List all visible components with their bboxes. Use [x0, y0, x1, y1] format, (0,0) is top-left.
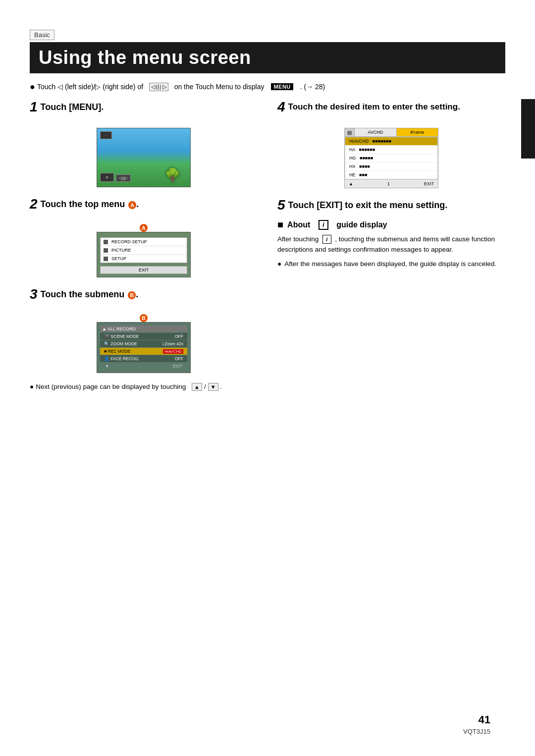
step4-row-2: HA ■■■■■■: [345, 146, 437, 154]
main-content: 1 Touch [MENU]. ··· ≡ ◁|||▷: [30, 100, 505, 391]
next-page-text: Next (previous) page can be displayed by…: [36, 383, 186, 390]
step3-text: Touch the submenu B.: [41, 287, 139, 300]
next-page-note: ● Next (previous) page can be displayed …: [30, 383, 258, 391]
tree-decoration: 🌳: [164, 167, 180, 183]
step4-footer-num: 1: [387, 181, 390, 186]
intro-instruction: ● Touch ◁ (left side)/▷ (right side) of …: [30, 82, 505, 91]
up-down-arrows: ▲: [192, 383, 202, 391]
page-title: Using the menu screen: [30, 42, 505, 73]
bars-icon: |||: [156, 84, 161, 90]
step2-screen-wrapper: A RECORD SETUP PICTURE: [30, 215, 258, 277]
face-label: 👤 FACE RECOG.: [104, 356, 139, 361]
left-arrow: ◁: [151, 84, 155, 90]
about-heading: ■ About i guide display: [277, 219, 505, 230]
step4-rows: HiAVCHD ■■■■■■■ HA ■■■■■■ HG ■■■■■ HX ■■…: [345, 137, 438, 179]
step3-circle-b: B: [128, 291, 136, 299]
info-icon-inline: i: [322, 235, 331, 244]
black-square: ■: [277, 219, 283, 230]
step3-row-rec: ■ REC MODE HiAVCHD: [100, 348, 187, 355]
bullet-symbol: ●: [30, 82, 35, 91]
nav-dot: ·: [141, 364, 142, 369]
step4-tab-group: AVCHD iFrame: [355, 128, 438, 136]
step4-icon-col: ▤: [345, 128, 355, 136]
about-guide: guide display: [336, 220, 387, 229]
menu-item-picture-label: PICTURE: [111, 248, 131, 253]
step1-text: Touch [MENU].: [41, 100, 104, 112]
step2-screen: RECORD SETUP PICTURE SETUP EXIT: [97, 232, 191, 277]
step3-header-text: ▲ ALL RECORD: [102, 326, 136, 331]
right-arrow: ▷: [162, 84, 166, 90]
basic-label: Basic: [30, 30, 54, 40]
step4-number: 4: [277, 100, 285, 114]
step3-screen-outer: B ▲ ALL RECORD 🎬 SCENE MODE OFF 🔍 ZOOM M…: [97, 315, 191, 373]
step2-text: Touch the top menu A.: [41, 197, 139, 210]
about-label: About: [287, 220, 310, 229]
step4-heading: 4 Touch the desired item to enter the se…: [277, 100, 505, 114]
menu-item-setup-label: SETUP: [111, 256, 126, 261]
step4-row1-label: HiAVCHD ■■■■■■■: [349, 139, 391, 144]
screen1-dots-bar: ···: [100, 131, 112, 139]
nav-exit: EXIT: [173, 364, 182, 369]
record-icon: [104, 240, 108, 244]
separator: /: [204, 383, 206, 390]
a-circle-label: A: [140, 224, 148, 232]
step2-a-label: A: [140, 224, 148, 232]
step4-tabs-row: ▤ AVCHD iFrame: [345, 128, 438, 137]
menu-badge: MENU: [271, 83, 293, 90]
zoom-value: i.Zoom 42x: [162, 341, 183, 346]
menu-item-setup: SETUP: [101, 255, 187, 263]
step4-footer-exit: EXIT: [424, 181, 434, 186]
step4-row-5: HE ■■■: [345, 171, 437, 179]
intro-text-end: . (→ 28): [300, 83, 325, 91]
about-bullet: ● After the messages have been displayed…: [277, 259, 505, 270]
step3-heading: 3 Touch the submenu B.: [30, 287, 258, 301]
step4-footer: ▲ 1 EXIT: [345, 179, 438, 188]
step4-row-4: HX ■■■■: [345, 162, 437, 171]
menu-icon: ≡: [106, 175, 108, 180]
intro-text-start: Touch ◁ (left side)/▷ (right side) of: [37, 83, 143, 91]
step4-text: Touch the desired item to enter the sett…: [288, 100, 460, 112]
about-text: After touching i , touching the submenus…: [277, 234, 505, 255]
touch-arrows-icon: ◁ ||| ▷: [149, 83, 168, 91]
right-edge-tab: [521, 99, 535, 159]
about-section: ■ About i guide display After touching i…: [277, 219, 505, 270]
picture-icon: [104, 248, 108, 253]
step3-row-scene: 🎬 SCENE MODE OFF: [100, 333, 187, 340]
about-text-start: After touching: [277, 235, 319, 243]
setup-icon: [104, 257, 108, 261]
period: .: [220, 383, 222, 390]
down-arrow-box: ▼: [208, 383, 218, 391]
step1-screen-wrapper: ··· ≡ ◁|||▷ 🌳: [30, 118, 258, 187]
step5-heading: 5 Touch [EXIT] to exit the menu setting.: [277, 198, 505, 212]
doc-code: VQT3J15: [463, 728, 490, 735]
intro-text-middle: on the Touch Menu to display: [174, 83, 265, 91]
tab-iframe[interactable]: iFrame: [397, 128, 438, 136]
step3-screen-wrapper: B ▲ ALL RECORD 🎬 SCENE MODE OFF 🔍 ZOOM M…: [30, 305, 258, 373]
scene-value: OFF: [175, 334, 183, 339]
menu-item-record: RECORD SETUP: [101, 238, 187, 246]
b-circle-label: B: [140, 314, 148, 322]
scene-label: 🎬 SCENE MODE: [104, 334, 139, 339]
right-column: 4 Touch the desired item to enter the se…: [277, 100, 505, 391]
step4-screen-wrapper: ▤ AVCHD iFrame HiAVCHD ■■■■■■■ HA ■■■■■■: [277, 118, 505, 188]
step2-screen-outer: A RECORD SETUP PICTURE: [97, 225, 191, 277]
menu-item-record-label: RECORD SETUP: [111, 239, 147, 244]
left-column: 1 Touch [MENU]. ··· ≡ ◁|||▷: [30, 100, 258, 391]
step1-screen: ··· ≡ ◁|||▷ 🌳: [97, 128, 191, 187]
step4-row4-label: HX ■■■■: [349, 164, 370, 169]
about-bullet-text: After the messages have been displayed, …: [284, 259, 496, 270]
step5-text: Touch [EXIT] to exit the menu setting.: [288, 198, 448, 211]
step3-row-face: 👤 FACE RECOG. OFF: [100, 355, 187, 362]
step4-row-3: HG ■■■■■: [345, 154, 437, 162]
bullet-next: ●: [30, 383, 34, 390]
step4-row-1: HiAVCHD ■■■■■■■: [345, 137, 437, 146]
screen1-menu-btn: ≡: [100, 173, 114, 182]
step4-row5-label: HE ■■■: [349, 172, 367, 177]
dots-icon: ···: [104, 133, 108, 138]
rec-value: HiAVCHD: [163, 349, 183, 354]
step4-row2-label: HA ■■■■■■: [349, 147, 375, 152]
tab-avchd[interactable]: AVCHD: [355, 128, 397, 136]
step4-row3-label: HG ■■■■■: [349, 156, 373, 161]
zoom-label: 🔍 ZOOM MODE: [104, 341, 137, 346]
step1-heading: 1 Touch [MENU].: [30, 100, 258, 114]
